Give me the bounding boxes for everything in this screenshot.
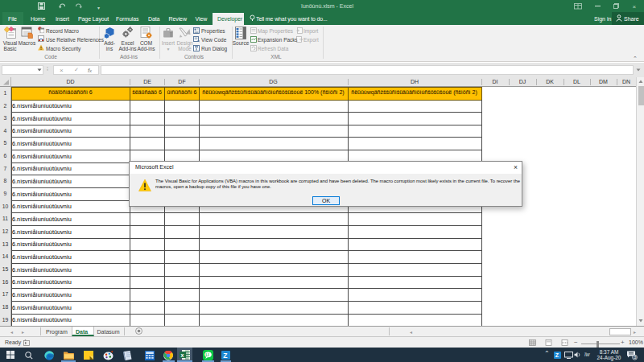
svg-text:LI: LI (205, 353, 208, 357)
svg-text:Z: Z (223, 351, 227, 359)
svg-text:3: 3 (634, 355, 636, 360)
svg-text:Z: Z (555, 352, 559, 358)
svg-text:x: x (181, 352, 184, 358)
